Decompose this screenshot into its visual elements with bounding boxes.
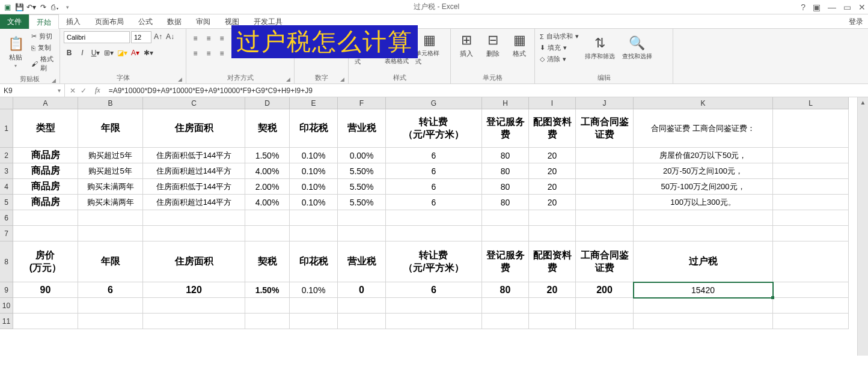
select-all-corner[interactable] bbox=[0, 97, 13, 109]
tab-review[interactable]: 审阅 bbox=[189, 14, 218, 29]
font-name-input[interactable] bbox=[64, 31, 130, 43]
fill-color-icon[interactable]: ◪▾ bbox=[117, 47, 127, 58]
cell[interactable] bbox=[13, 298, 78, 314]
cell[interactable] bbox=[143, 314, 245, 329]
cell[interactable] bbox=[482, 210, 529, 226]
cell[interactable] bbox=[634, 210, 773, 226]
row-header[interactable]: 3 bbox=[0, 163, 13, 179]
cell[interactable] bbox=[773, 148, 849, 163]
cell[interactable] bbox=[529, 226, 576, 241]
format-button[interactable]: ▦格式 bbox=[507, 31, 531, 59]
cell[interactable]: 房屋价值20万以下50元， bbox=[634, 148, 773, 163]
tab-insert[interactable]: 插入 bbox=[59, 14, 88, 29]
cell[interactable]: 6 bbox=[386, 179, 482, 195]
cell[interactable]: 购买未满两年 bbox=[78, 195, 143, 210]
cell[interactable]: 营业税 bbox=[338, 241, 386, 282]
cell[interactable] bbox=[773, 314, 849, 329]
cell[interactable]: 100万以上300元。 bbox=[634, 195, 773, 210]
enter-formula-icon[interactable]: ✓ bbox=[81, 86, 87, 95]
cell[interactable]: 转让费 （元/平方米） bbox=[386, 109, 482, 148]
cell[interactable] bbox=[78, 210, 143, 226]
cell[interactable] bbox=[143, 298, 245, 314]
cell[interactable]: 120 bbox=[143, 282, 245, 298]
cell[interactable]: 房价 (万元） bbox=[13, 241, 78, 282]
cell[interactable]: 购买未满两年 bbox=[78, 179, 143, 195]
cell[interactable]: 6 bbox=[386, 148, 482, 163]
vertical-scrollbar[interactable]: ▲ bbox=[857, 97, 868, 356]
cell[interactable]: 过户税 bbox=[634, 241, 773, 282]
tab-formulas[interactable]: 公式 bbox=[131, 14, 160, 29]
cell[interactable] bbox=[245, 210, 290, 226]
minimize-icon[interactable]: — bbox=[828, 2, 836, 12]
cell[interactable] bbox=[245, 298, 290, 314]
cell[interactable] bbox=[290, 298, 338, 314]
close-icon[interactable]: ✕ bbox=[858, 2, 866, 12]
qat-customize-icon[interactable]: ▾ bbox=[63, 2, 72, 12]
cell[interactable] bbox=[773, 241, 849, 282]
cell[interactable] bbox=[482, 314, 529, 329]
cell[interactable]: 20 bbox=[529, 282, 576, 298]
cell[interactable] bbox=[386, 314, 482, 329]
cell[interactable]: 4.00% bbox=[245, 163, 290, 179]
font-size-input[interactable] bbox=[131, 31, 151, 43]
cell[interactable]: 住房面积超过144平方 bbox=[143, 195, 245, 210]
cell[interactable]: 4.00% bbox=[245, 195, 290, 210]
cell[interactable]: 住房面积低于144平方 bbox=[143, 179, 245, 195]
cell[interactable]: 登记服务费 bbox=[482, 109, 529, 148]
fill-button[interactable]: ⬇填充▾ bbox=[539, 43, 580, 53]
cell[interactable] bbox=[13, 226, 78, 241]
align-top-icon[interactable]: ≡ bbox=[190, 33, 201, 44]
cell[interactable]: 80 bbox=[482, 282, 529, 298]
cell[interactable] bbox=[482, 226, 529, 241]
cell[interactable]: 年限 bbox=[78, 109, 143, 148]
italic-icon[interactable]: I bbox=[77, 47, 88, 58]
cell[interactable]: 住房面积 bbox=[143, 109, 245, 148]
cell[interactable] bbox=[386, 210, 482, 226]
cell[interactable]: 契税 bbox=[245, 241, 290, 282]
cell[interactable]: 印花税 bbox=[290, 109, 338, 148]
cell[interactable] bbox=[634, 314, 773, 329]
tab-home[interactable]: 开始 bbox=[29, 14, 59, 29]
redo-icon[interactable]: ↷ bbox=[38, 2, 48, 12]
cell[interactable]: 90 bbox=[13, 282, 78, 298]
cell[interactable] bbox=[143, 226, 245, 241]
cell[interactable] bbox=[576, 163, 634, 179]
cell[interactable] bbox=[576, 298, 634, 314]
insert-button[interactable]: ⊞插入 bbox=[454, 31, 478, 59]
copy-button[interactable]: ⎘复制 bbox=[30, 43, 56, 53]
number-launcher-icon[interactable]: ◢ bbox=[340, 76, 344, 82]
cell[interactable]: 商品房 bbox=[13, 163, 78, 179]
column-header[interactable]: C bbox=[143, 97, 245, 109]
row-header[interactable]: 5 bbox=[0, 195, 13, 210]
column-header[interactable]: K bbox=[634, 97, 773, 109]
row-header[interactable]: 1 bbox=[0, 109, 13, 148]
cell[interactable]: 年限 bbox=[78, 241, 143, 282]
row-header[interactable]: 2 bbox=[0, 148, 13, 163]
row-header[interactable]: 6 bbox=[0, 210, 13, 226]
cell[interactable] bbox=[773, 210, 849, 226]
cell[interactable] bbox=[338, 298, 386, 314]
increase-font-icon[interactable]: A↑ bbox=[153, 31, 164, 42]
cell[interactable] bbox=[773, 109, 849, 148]
column-header[interactable]: J bbox=[576, 97, 634, 109]
phonetic-icon[interactable]: ✱▾ bbox=[143, 47, 154, 58]
cell[interactable]: 80 bbox=[482, 163, 529, 179]
align-right-icon[interactable]: ≡ bbox=[216, 48, 227, 59]
cell[interactable] bbox=[338, 226, 386, 241]
cell[interactable] bbox=[576, 226, 634, 241]
cell[interactable]: 住房面积 bbox=[143, 241, 245, 282]
cell[interactable]: 2.00% bbox=[245, 179, 290, 195]
tab-data[interactable]: 数据 bbox=[160, 14, 189, 29]
cell[interactable]: 6 bbox=[386, 163, 482, 179]
alignment-launcher-icon[interactable]: ◢ bbox=[286, 76, 290, 82]
cell[interactable] bbox=[634, 226, 773, 241]
find-button[interactable]: 🔍查找和选择 bbox=[620, 34, 655, 62]
cell[interactable]: 住房面积低于144平方 bbox=[143, 148, 245, 163]
cell[interactable] bbox=[143, 210, 245, 226]
cell[interactable]: 80 bbox=[482, 179, 529, 195]
qat-more-icon[interactable]: ⎙▾ bbox=[50, 2, 60, 12]
cell[interactable] bbox=[338, 314, 386, 329]
cell[interactable]: 商品房 bbox=[13, 195, 78, 210]
scroll-up-icon[interactable]: ▲ bbox=[858, 97, 868, 108]
cell[interactable]: 工商合同鉴证费 bbox=[576, 241, 634, 282]
